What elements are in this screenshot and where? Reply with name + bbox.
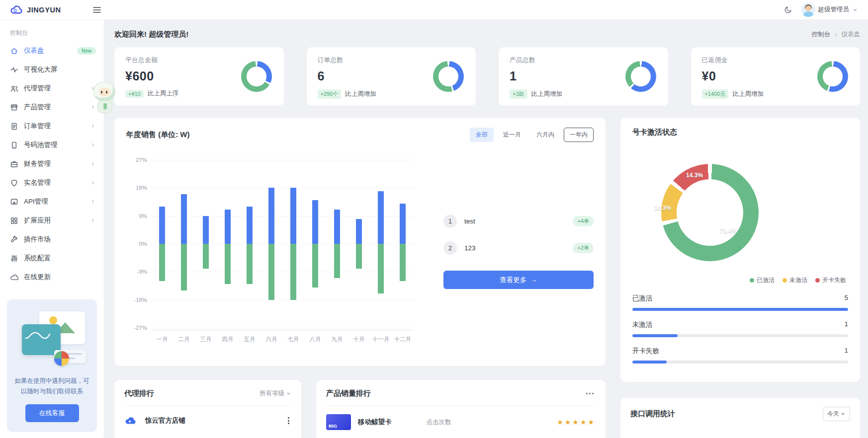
annual-sales-title: 年度销售 (单位: W) xyxy=(126,130,189,140)
bar-group xyxy=(326,160,348,328)
sidebar-item-label: 号码池管理 xyxy=(24,141,58,149)
legend-item[interactable]: 未激活 xyxy=(782,276,807,285)
sidebar-item-online-update[interactable]: 在线更新 xyxy=(0,268,104,287)
sidebar-menu: 仪表盘 New 可视化大屏 代理管理 产品管理 订单管理 号码池管理 财务管理 … xyxy=(0,41,104,287)
online-support-button[interactable]: 在线客服 xyxy=(25,404,79,422)
bar-positive xyxy=(159,207,165,244)
app-window-icon xyxy=(10,198,18,206)
product-sales-title: 产品销量排行 xyxy=(326,389,371,398)
more-menu-icon[interactable] xyxy=(584,391,596,396)
chevron-right-icon xyxy=(90,161,96,167)
chevron-down-icon xyxy=(840,411,846,417)
x-axis-label: 八月 xyxy=(304,330,326,346)
bar-group xyxy=(260,160,282,328)
brand-logo[interactable]: JINGYUN xyxy=(10,5,88,14)
sidebar-item-number-pool-management[interactable]: 号码池管理 xyxy=(0,136,104,154)
chevron-right-icon xyxy=(90,142,96,148)
x-axis-label: 七月 xyxy=(282,330,304,346)
dark-mode-toggle[interactable] xyxy=(784,5,792,14)
arrow-right-icon: → xyxy=(530,276,537,284)
stat-change-badge: +3款 xyxy=(510,89,527,99)
user-menu[interactable]: 超级管理员 xyxy=(801,3,859,17)
agent-level-filter[interactable]: 所有等级 xyxy=(260,389,291,398)
stat-change-desc: 比上周增加 xyxy=(732,90,764,98)
sales-tab-3[interactable]: 一年内 xyxy=(564,128,594,142)
agents-list: 惊云官方店铺 xyxy=(124,406,291,426)
sidebar-item-dashboard[interactable]: 仪表盘 New xyxy=(0,41,104,60)
bar-positive xyxy=(356,219,362,244)
sidebar-item-label: 财务管理 xyxy=(24,159,51,168)
sidebar-item-label: 系统配置 xyxy=(24,254,51,263)
rank-badge: +4单 xyxy=(573,216,594,226)
sidebar-item-order-management[interactable]: 订单管理 xyxy=(0,117,104,136)
main-content: 欢迎回来! 超级管理员! 控制台 › 仪表盘 平台总金额 ¥600 +¥10 比… xyxy=(104,20,868,438)
sidebar-toggle-button[interactable] xyxy=(92,6,101,13)
bar-negative xyxy=(203,244,209,269)
bar-positive xyxy=(181,194,187,244)
mascot-widget[interactable] xyxy=(90,81,119,117)
x-axis-label: 十一月 xyxy=(370,330,392,346)
annual-sales-card: 年度销售 (单位: W) 全部近一月六月内一年内 27%18%9%0%-9%-1… xyxy=(114,118,606,366)
sales-ranking-panel: 1 test +4单 2 123 +2单 查看更多 → xyxy=(443,154,594,349)
api-range-select[interactable]: 今天 xyxy=(823,407,850,421)
sidebar-section-label: 控制台 xyxy=(0,20,104,41)
x-axis-label: 九月 xyxy=(326,330,348,346)
sidebar-item-agent-management[interactable]: 代理管理 xyxy=(0,79,104,98)
help-text: 如果在使用中遇到问题，可以随时与我们取得联系 xyxy=(14,376,90,397)
bar-positive xyxy=(225,210,231,244)
y-axis-tick: -27% xyxy=(127,325,147,331)
product-row[interactable]: 80G 移动鲸望卡 点击次数 ★★★★★ xyxy=(326,406,596,430)
sidebar-item-label: API管理 xyxy=(24,197,48,206)
bar-positive xyxy=(334,210,340,244)
progress-track xyxy=(632,308,848,311)
bar-positive xyxy=(378,191,384,244)
sidebar-item-label: 插件市场 xyxy=(24,235,51,244)
sales-tab-2[interactable]: 六月内 xyxy=(530,128,560,142)
sidebar-item-visual-screen[interactable]: 可视化大屏 xyxy=(0,60,104,79)
sidebar: 控制台 仪表盘 New 可视化大屏 代理管理 产品管理 订单管理 号码池管理 财… xyxy=(0,20,104,438)
sidebar-item-api-management[interactable]: API管理 xyxy=(0,192,104,211)
moon-icon xyxy=(784,5,792,14)
y-axis-tick: 0% xyxy=(127,241,147,247)
legend-item[interactable]: 开卡失败 xyxy=(815,276,846,285)
bar-positive xyxy=(268,188,274,244)
legend-item[interactable]: 已激活 xyxy=(750,276,775,285)
new-badge: New xyxy=(77,47,96,55)
progress-value: 1 xyxy=(844,320,848,329)
ranking-row: 1 test +4单 xyxy=(443,215,594,228)
sidebar-item-finance-management[interactable]: 财务管理 xyxy=(0,154,104,173)
sidebar-item-plugin-market[interactable]: 插件市场 xyxy=(0,230,104,249)
bar-positive xyxy=(312,200,318,244)
activity-icon xyxy=(10,66,18,74)
stat-change-desc: 比上周上浮 xyxy=(148,89,179,98)
stat-donut-chart xyxy=(625,61,656,92)
bar-group xyxy=(370,160,392,328)
star-rating: ★★★★★ xyxy=(557,418,596,426)
sidebar-item-extensions[interactable]: 扩展应用 xyxy=(0,211,104,230)
legend-dot xyxy=(782,278,787,283)
sales-tab-0[interactable]: 全部 xyxy=(470,128,494,142)
bar-group xyxy=(195,160,217,328)
progress-track xyxy=(632,361,848,364)
sidebar-item-realname-management[interactable]: 实名管理 xyxy=(0,173,104,192)
wrench-icon xyxy=(10,235,18,244)
sidebar-item-product-management[interactable]: 产品管理 xyxy=(0,98,104,117)
view-more-button[interactable]: 查看更多 → xyxy=(443,271,594,289)
x-axis-label: 六月 xyxy=(260,330,282,346)
agent-name: 惊云官方店铺 xyxy=(145,416,185,425)
bar-negative xyxy=(225,244,231,284)
agent-row[interactable]: 惊云官方店铺 xyxy=(124,406,291,426)
welcome-title: 欢迎回来! 超级管理员! xyxy=(114,30,188,39)
x-axis-label: 二月 xyxy=(173,330,195,346)
phone-icon xyxy=(10,141,18,149)
x-axis-label: 十月 xyxy=(348,330,370,346)
breadcrumb-item-console[interactable]: 控制台 xyxy=(812,30,831,39)
sales-tab-1[interactable]: 近一月 xyxy=(497,128,527,142)
username: 超级管理员 xyxy=(818,5,850,14)
rank-name: test xyxy=(464,218,475,225)
sidebar-item-system-config[interactable]: 系统配置 xyxy=(0,249,104,268)
rank-number: 2 xyxy=(443,241,457,255)
bar-positive xyxy=(247,207,253,244)
kebab-menu-icon[interactable] xyxy=(286,415,291,426)
help-card: 如果在使用中遇到问题，可以随时与我们取得联系 在线客服 xyxy=(7,299,97,432)
